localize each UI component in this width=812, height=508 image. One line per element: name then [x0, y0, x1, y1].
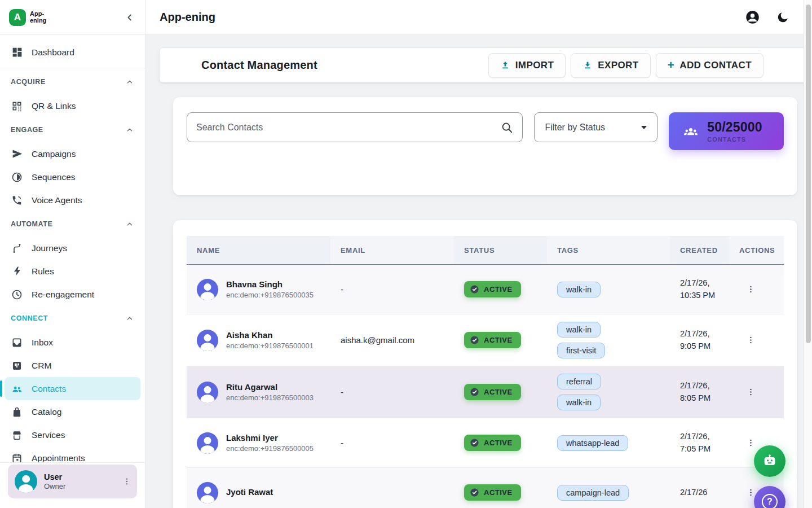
sidebar-item-crm[interactable]: CRM: [0, 354, 145, 377]
created-date: 2/17/26: [680, 487, 729, 499]
sidebar-item-campaigns[interactable]: Campaigns: [0, 142, 145, 165]
sidebar-item-dashboard[interactable]: Dashboard: [0, 41, 145, 64]
column-header-tags[interactable]: TAGS: [547, 236, 670, 264]
dark-mode-moon-icon[interactable]: [776, 11, 789, 24]
contact-toolbar: Contact Management IMPORT EXPORT: [160, 48, 812, 82]
contact-tags: whatsapp-lead: [547, 435, 670, 451]
download-icon: [582, 60, 593, 71]
table-row[interactable]: Bhavna Singh enc:demo:+919876500035 - AC…: [187, 265, 784, 314]
contact-avatar: [197, 279, 218, 300]
search-placeholder: Search Contacts: [196, 122, 501, 133]
calendar-icon: [11, 452, 23, 463]
sidebar-item-contacts[interactable]: Contacts: [5, 377, 140, 400]
avatar-body: [19, 484, 33, 493]
people-icon: [11, 383, 23, 395]
sidebar-item-qr-links[interactable]: QR & Links: [0, 94, 145, 117]
section-header-connect[interactable]: CONNECT: [0, 306, 145, 331]
contact-tags: referralwalk-in: [547, 374, 670, 410]
storefront-icon: [11, 429, 23, 441]
tag-pill: campaign-lead: [557, 485, 629, 501]
sidebar-item-appointments[interactable]: Appointments: [0, 446, 145, 462]
contact-created: 2/17/26, 8:05 PM: [670, 380, 729, 405]
column-header-status[interactable]: STATUS: [454, 236, 547, 264]
sidebar-item-re-engagement[interactable]: Re-engagement: [0, 283, 145, 306]
chevron-up-icon: [126, 126, 134, 134]
sidebar-item-rules[interactable]: Rules: [0, 260, 145, 283]
contact-avatar: [197, 382, 218, 403]
search-icon[interactable]: [501, 121, 513, 134]
avatar-head: [22, 475, 30, 483]
app-title: App-ening: [160, 11, 215, 24]
sidebar-header: A App- ening: [0, 0, 145, 35]
sidebar-item-inbox[interactable]: Inbox: [0, 331, 145, 354]
content: Contact Management IMPORT EXPORT: [145, 35, 812, 508]
scrollbar-thumb[interactable]: [806, 5, 811, 343]
tag-pill: walk-in: [557, 282, 601, 297]
sidebar-item-journeys[interactable]: Journeys: [0, 237, 145, 260]
import-label: IMPORT: [515, 60, 554, 71]
question-mark-icon: ?: [762, 494, 778, 508]
column-header-email[interactable]: EMAIL: [330, 236, 454, 264]
column-header-name[interactable]: NAME: [187, 236, 330, 264]
contact-phone: enc:demo:+919876500001: [226, 341, 314, 350]
chevron-down-icon: [641, 126, 647, 129]
status-filter-select[interactable]: Filter by Status: [534, 112, 657, 142]
status-badge: ACTIVE: [464, 484, 521, 501]
contact-phone: enc:demo:+919876500035: [226, 291, 314, 299]
add-contact-button[interactable]: + ADD CONTACT: [656, 53, 764, 78]
page-scrollbar[interactable]: [804, 0, 812, 508]
kanban-icon: [11, 360, 23, 372]
tag-pill: whatsapp-lead: [557, 435, 628, 451]
sidebar-item-label: Inbox: [32, 338, 53, 348]
contact-email: aisha.k@gmail.com: [330, 335, 454, 345]
sidebar-item-label: Catalog: [32, 407, 61, 417]
table-row[interactable]: Aisha Khan enc:demo:+919876500001 aisha.…: [187, 314, 784, 366]
section-header-automate[interactable]: AUTOMATE: [0, 212, 145, 237]
created-date: 2/17/26,: [680, 277, 729, 290]
column-header-created[interactable]: CREATED: [670, 236, 729, 264]
row-actions-button[interactable]: [746, 387, 784, 397]
status-label: ACTIVE: [484, 388, 513, 396]
status-label: ACTIVE: [484, 285, 513, 294]
contact-name: Aisha Khan: [226, 330, 314, 340]
contact-email: -: [330, 284, 454, 294]
section-header-engage[interactable]: ENGAGE: [0, 117, 145, 142]
section-header-acquire[interactable]: ACQUIRE: [0, 69, 145, 94]
sidebar-collapse-button[interactable]: [125, 12, 135, 23]
table-row[interactable]: Ritu Agarwal enc:demo:+919876500003 - AC…: [187, 366, 784, 418]
route-icon: [11, 242, 23, 255]
table-body: Bhavna Singh enc:demo:+919876500035 - AC…: [187, 265, 784, 508]
export-button[interactable]: EXPORT: [571, 53, 650, 78]
status-label: ACTIVE: [484, 336, 513, 344]
table-row[interactable]: Lakshmi Iyer enc:demo:+919876500005 - AC…: [187, 418, 784, 468]
user-card[interactable]: User Owner: [8, 465, 137, 498]
sidebar-item-label: Rules: [32, 266, 54, 277]
status-label: ACTIVE: [484, 439, 513, 447]
check-circle-icon: [470, 284, 479, 294]
user-name: User: [44, 472, 116, 481]
sidebar-item-label: CRM: [32, 361, 51, 371]
sidebar-item-label: Dashboard: [32, 47, 74, 58]
sidebar-item-label: Campaigns: [32, 149, 76, 159]
row-actions-button[interactable]: [746, 335, 784, 345]
account-circle-icon[interactable]: [745, 10, 760, 25]
section-label: AUTOMATE: [11, 220, 52, 228]
chatbot-fab[interactable]: [754, 445, 785, 477]
search-input[interactable]: Search Contacts: [187, 112, 523, 142]
user-menu-button[interactable]: [122, 476, 131, 487]
sidebar-item-sequences[interactable]: Sequences: [0, 165, 145, 189]
table-row[interactable]: Jyoti Rawat ACTIVE campaign-lead 2/17/26: [187, 468, 784, 508]
lightning-bolt-icon: [11, 265, 23, 278]
sidebar-item-services[interactable]: Services: [0, 423, 145, 446]
upload-icon: [500, 60, 510, 71]
sidebar-item-catalog[interactable]: Catalog: [0, 400, 145, 423]
sidebar-item-voice-agents[interactable]: Voice Agents: [0, 189, 145, 212]
status-badge: ACTIVE: [464, 384, 521, 400]
section-label: ACQUIRE: [11, 78, 46, 86]
sidebar-item-label: QR & Links: [32, 101, 76, 111]
contact-created: 2/17/26, 7:05 PM: [670, 431, 729, 456]
contact-created: 2/17/26: [670, 487, 729, 499]
created-date: 2/17/26,: [680, 328, 729, 340]
import-button[interactable]: IMPORT: [488, 53, 566, 78]
row-actions-button[interactable]: [746, 284, 784, 295]
